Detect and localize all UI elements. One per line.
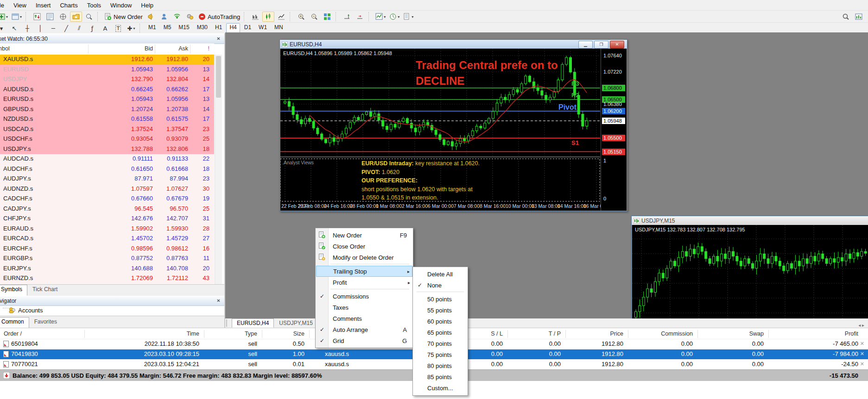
usdjpy-window-titlebar[interactable]: USDJPY,M15	[632, 216, 868, 225]
new-order-button[interactable]: New Order	[103, 12, 144, 22]
column-swap[interactable]: Swap	[694, 330, 764, 337]
chart-tab-usdjpy[interactable]: USDJPY,M15	[274, 318, 317, 328]
close-position-icon[interactable]: ✕	[860, 361, 864, 367]
market-watch-header[interactable]: Symbol Bid Ask !	[0, 44, 214, 55]
timeframe-m5[interactable]: M5	[160, 23, 175, 34]
experts-button[interactable]	[184, 12, 196, 22]
close-position-icon[interactable]: ✕	[860, 351, 864, 357]
chart-add-button[interactable]: ▾	[0, 12, 9, 22]
watch-row-audjpy.s[interactable]: AUDJPY.s87.97187.99423	[0, 174, 214, 185]
timeframe-h1[interactable]: H1	[212, 23, 225, 34]
minimize-button[interactable]: ▁	[578, 41, 593, 49]
publisher-button[interactable]	[158, 12, 170, 22]
menu-item-50-points[interactable]: 50 points	[413, 293, 467, 305]
navigator-close-icon[interactable]: ✕	[215, 298, 222, 304]
signals-button[interactable]	[171, 12, 183, 22]
menu-item-85-points[interactable]: 85 points	[413, 371, 467, 382]
menu-item-trailing-stop[interactable]: Trailing Stop▸	[316, 266, 412, 277]
menu-item-delete-all[interactable]: Delete All	[413, 268, 467, 280]
menu-item-none[interactable]: ✓None	[413, 280, 467, 291]
clipped-tool-button[interactable]: ▾	[0, 23, 7, 33]
fibonacci-tool-button[interactable]: ƒ	[86, 23, 98, 33]
trendline-tool-button[interactable]: ╱	[60, 23, 72, 33]
close-position-icon[interactable]: ✕	[860, 341, 864, 347]
watch-row-eurgbp.s[interactable]: EURGBP.s0.877520.8776311	[0, 254, 214, 264]
watch-row-xauusd.s[interactable]: XAUUSD.s1912.601912.8020	[0, 55, 214, 65]
line-chart-button[interactable]	[275, 12, 287, 22]
watch-row-cadchf.s[interactable]: CADCHF.s0.676600.6767919	[0, 194, 214, 205]
menu-item-comments[interactable]: Comments	[316, 313, 412, 324]
timeframe-m15[interactable]: M15	[175, 23, 192, 34]
channel-tool-button[interactable]: ⫽	[73, 23, 85, 33]
column-tp[interactable]: T / P	[491, 330, 561, 337]
tab-symbols[interactable]: Symbols	[0, 285, 27, 296]
shift-end-button[interactable]	[341, 12, 353, 22]
chart-window-eurusd-h4[interactable]: EURUSD,H4 ▁ ❐ ✕ EURUSD,H4 1.05896 1.0598…	[279, 39, 627, 212]
menu-item-auto-arrange[interactable]: ✓Auto ArrangeA	[316, 324, 412, 335]
watch-row-audusd.s[interactable]: AUDUSD.s0.662450.6626217	[0, 85, 214, 95]
watch-row-usdjpy.s[interactable]: USDJPY.s132.788132.80618	[0, 144, 214, 155]
menu-window[interactable]: Window	[106, 0, 136, 10]
menu-item-profit[interactable]: Profit▸	[316, 277, 412, 288]
watch-row-eurjpy.s[interactable]: EURJPY.s140.688140.70820	[0, 264, 214, 274]
watch-row-eurusd[interactable]: EURUSD1.059431.0595613	[0, 65, 214, 75]
label-tool-button[interactable]: T	[112, 23, 124, 33]
watch-row-audchf.s[interactable]: AUDCHF.s0.616500.6166818	[0, 164, 214, 175]
menu-item-new-order[interactable]: New OrderF9	[316, 230, 412, 241]
watch-row-eurcad.s[interactable]: EURCAD.s1.457021.4572927	[0, 234, 214, 244]
menu-charts[interactable]: Charts	[55, 0, 82, 10]
periods-button[interactable]: ▾	[388, 12, 401, 22]
tab-common[interactable]: Common	[0, 317, 29, 328]
menu-item-65-points[interactable]: 65 points	[413, 327, 467, 338]
column-symbol[interactable]: Symbol	[0, 45, 10, 52]
navigator-item-accounts[interactable]: Accounts	[18, 307, 43, 314]
tile-windows-button[interactable]	[321, 12, 333, 22]
market-watch-close-icon[interactable]: ✕	[215, 36, 222, 42]
alerts-button[interactable]	[145, 12, 157, 22]
close-button[interactable]: ✕	[610, 41, 624, 49]
market-watch-scrollbar[interactable]	[215, 55, 222, 284]
column-size[interactable]: Size	[235, 330, 304, 337]
watch-row-euraud.s[interactable]: EURAUD.s1.599021.5993028	[0, 224, 214, 235]
eurusd-chart-area[interactable]: EURUSD,H4 1.05896 1.05989 1.05862 1.0594…	[280, 49, 627, 211]
watch-row-audcad.s[interactable]: AUDCAD.s0.911110.9113322	[0, 154, 214, 165]
watch-row-usdjpy[interactable]: USDJPY132.790132.80414	[0, 75, 214, 85]
watch-row-usdchf.s[interactable]: USDCHF.s0.930540.9307925	[0, 134, 214, 145]
menu-view[interactable]: View	[9, 0, 31, 10]
search-button[interactable]	[840, 12, 852, 22]
chart-tab-eurusd[interactable]: EURUSD,H4	[232, 318, 274, 328]
watch-row-cadjpy.s[interactable]: CADJPY.s96.54596.57025	[0, 204, 214, 215]
indicators-button[interactable]: ▾	[374, 12, 387, 22]
history-center-button[interactable]	[70, 12, 82, 22]
menu-item-75-points[interactable]: 75 points	[413, 349, 467, 360]
strategy-tester-button[interactable]	[83, 12, 95, 22]
candle-chart-button[interactable]	[262, 12, 274, 22]
eurusd-window-titlebar[interactable]: EURUSD,H4 ▁ ❐ ✕	[280, 40, 627, 49]
menu-item-80-points[interactable]: 80 points	[413, 360, 467, 371]
navigator-titlebar[interactable]: Navigator ✕	[0, 296, 224, 306]
watch-row-eurchf.s[interactable]: EURCHF.s0.985960.9861216	[0, 244, 214, 255]
menu-help[interactable]: Help	[136, 0, 158, 10]
market-watch-button[interactable]	[31, 12, 43, 22]
tab-tick-chart[interactable]: Tick Chart	[27, 285, 63, 296]
column-profit[interactable]: Profit	[789, 330, 858, 337]
menu-tools[interactable]: Tools	[82, 0, 106, 10]
vline-tool-button[interactable]: │	[34, 23, 46, 33]
cursor-tool-button[interactable]: ↖	[8, 23, 20, 33]
column-commission[interactable]: Commission	[623, 330, 693, 337]
menu-insert[interactable]: Insert	[31, 0, 56, 10]
menu-item-modify-or-delete-order[interactable]: Modify or Delete Order	[316, 252, 412, 263]
menu-item-custom[interactable]: Custom...	[413, 382, 467, 393]
column-price[interactable]: Price	[554, 330, 623, 337]
window-layout-button[interactable]: ▾	[10, 12, 23, 22]
mini-chart-button[interactable]	[853, 12, 865, 22]
watch-row-eurnzd.s[interactable]: EURNZD.s1.720691.7211243	[0, 274, 214, 284]
timeframe-m1[interactable]: M1	[145, 23, 159, 34]
navigator-button[interactable]	[57, 12, 69, 22]
usdjpy-chart-area[interactable]: USDJPY,M15 132.783 132.807 132.708 132.7…	[632, 225, 868, 318]
menu-item-taxes[interactable]: Taxes	[316, 302, 412, 313]
watch-row-gbpusd.s[interactable]: GBPUSD.s1.207241.2073814	[0, 105, 214, 115]
autoscroll-button[interactable]	[354, 12, 366, 22]
menu-item-55-points[interactable]: 55 points	[413, 305, 467, 316]
menu-item-70-points[interactable]: 70 points	[413, 338, 467, 349]
